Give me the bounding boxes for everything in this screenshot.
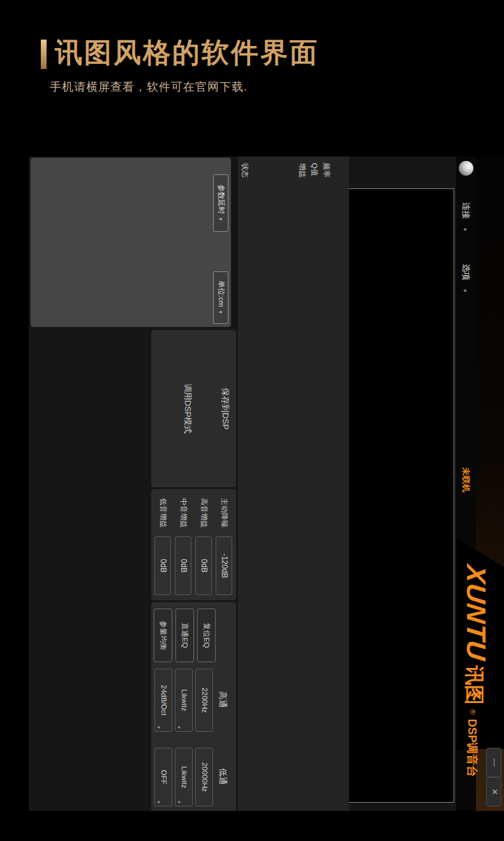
eq-header-freq: 频率: [322, 163, 331, 178]
chevron-down-icon: ▾: [156, 726, 161, 729]
gain-row: 高音增益0dB: [194, 489, 214, 600]
gain-value[interactable]: 0dB: [175, 536, 192, 595]
response-graph[interactable]: [345, 188, 454, 803]
eq-header-gain: 增益: [297, 163, 307, 178]
gain-value[interactable]: 0dB: [196, 536, 212, 595]
chevron-down-icon: ▾: [176, 801, 181, 803]
chevron-down-icon: ▾: [176, 726, 181, 729]
connection-status: 未联机: [460, 467, 471, 492]
dsp-app-window: 连接▾ 选项▾ 未联机 XUNTU 讯图 ® DSP调音台 — ✕ 频率 Q值 …: [29, 156, 504, 811]
car-top-view: [34, 200, 221, 285]
logo-cn-text: 讯图: [463, 665, 485, 705]
chevron-down-icon: ▾: [462, 289, 468, 292]
eq-header-status: 状态: [240, 163, 249, 178]
reset-eq-button[interactable]: 复位EQ: [197, 609, 216, 662]
gain-row: 中音增益0dB: [174, 489, 193, 600]
bypass-eq-button[interactable]: 直通EQ: [175, 609, 194, 662]
options-menu[interactable]: 选项▾: [460, 264, 471, 292]
registered-mark: ®: [463, 709, 482, 715]
gain-label: 主动降噪: [219, 489, 229, 536]
dsp-preset-panel: 保存到DSP 调用DSP模式: [151, 330, 236, 487]
gain-row: 主动降噪-120dB: [214, 489, 234, 600]
brand-logo: XUNTU 讯图 ® DSP调音台: [463, 565, 489, 777]
lowpass-title: 低通: [217, 748, 228, 805]
gain-label: 低音增益: [158, 489, 168, 536]
connect-menu[interactable]: 连接▾: [460, 202, 471, 231]
crossover-panel: 复位EQ 直通EQ 参量均衡 高通 2200Hz Likwitz▾ 24dB/O…: [151, 602, 236, 811]
gain-label: 高音增益: [199, 489, 209, 536]
recall-dsp-title: 调用DSP模式: [182, 330, 193, 487]
product-name: DSP调音台: [463, 719, 481, 777]
close-button[interactable]: ✕: [486, 777, 501, 807]
parametric-eq-button[interactable]: 参量均衡: [154, 609, 172, 662]
gain-value[interactable]: 0dB: [155, 536, 172, 595]
chevron-down-icon: ▾: [156, 801, 161, 803]
eq-header-q: Q值: [309, 163, 319, 176]
save-to-dsp-title: 保存到DSP: [219, 330, 231, 487]
lowpass-slope-select[interactable]: OFF▾: [154, 748, 172, 807]
chevron-down-icon: ▾: [462, 228, 468, 231]
lowpass-freq[interactable]: 20000Hz: [195, 748, 213, 807]
highpass-slope-select[interactable]: 24dB/Oct▾: [154, 669, 172, 732]
highpass-freq[interactable]: 2200Hz: [195, 669, 213, 732]
eq-section: 频率 Q值 增益 状态: [238, 156, 349, 811]
gain-value[interactable]: -120dB: [216, 536, 233, 595]
highpass-title: 高通: [217, 669, 228, 731]
minimize-button[interactable]: —: [486, 748, 501, 777]
status-ball-icon[interactable]: [459, 161, 473, 176]
logo-en-text: XUNTU: [463, 564, 489, 662]
gains-panel: 主动降噪-120dB 高音增益0dB 中音增益0dB 低音增益0dB: [151, 489, 236, 600]
lowpass-type-select[interactable]: Likwitz▾: [175, 748, 193, 807]
car-delay-panel: 参数延时▼ 单位:cm▼: [31, 158, 231, 327]
highpass-type-select[interactable]: Likwitz▾: [175, 669, 193, 732]
chevron-down-icon: ▼: [218, 310, 223, 315]
app-screenshot: 连接▾ 选项▾ 未联机 XUNTU 讯图 ® DSP调音台 — ✕ 频率 Q值 …: [29, 156, 504, 811]
gain-label: 中音增益: [179, 489, 188, 536]
gain-row: 低音增益0dB: [153, 489, 173, 600]
page-title: 讯图风格的软件界面: [55, 34, 319, 72]
page-subtitle: 手机请横屏查看，软件可在官网下载.: [50, 79, 248, 95]
title-accent-bar: [41, 40, 47, 69]
